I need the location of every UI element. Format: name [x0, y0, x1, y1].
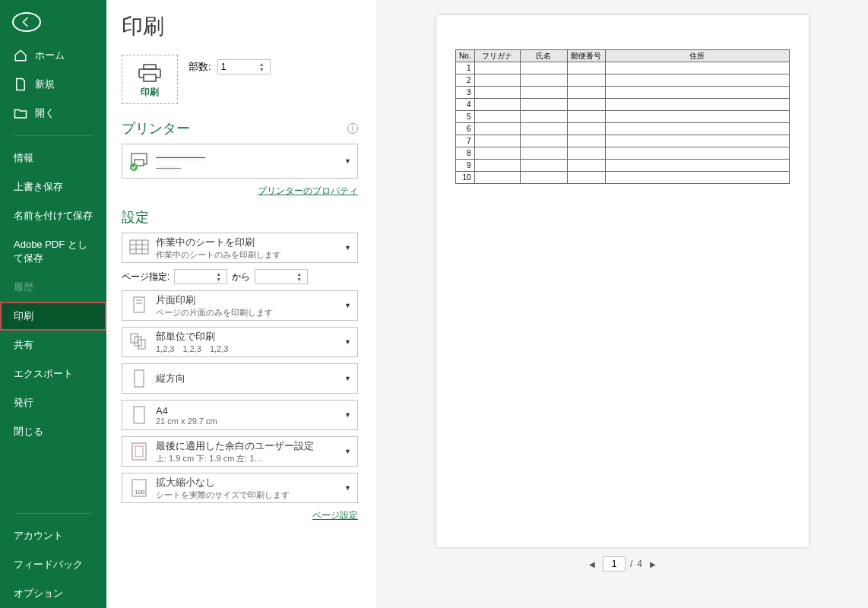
table-row: 10 — [456, 172, 790, 184]
preview-table: No.フリガナ氏名郵便番号住所 12345678910 — [455, 49, 790, 184]
settings-section-title: 設定 — [122, 208, 358, 226]
printer-name: ————— — [156, 151, 344, 163]
next-page-button[interactable]: ▶ — [647, 560, 659, 568]
svg-rect-6 — [130, 240, 148, 254]
nav-home-label: ホーム — [35, 49, 65, 62]
page-single-icon — [128, 295, 150, 316]
page-range-row: ページ指定: ▲▼ から ▲▼ — [122, 269, 358, 284]
nav-divider — [14, 135, 93, 136]
page-icon — [128, 404, 150, 426]
svg-rect-0 — [144, 65, 156, 69]
copies-label: 部数: — [188, 60, 211, 74]
table-row: 6 — [456, 123, 790, 135]
table-row: 8 — [456, 147, 790, 160]
pager-total: 4 — [637, 559, 642, 569]
page-number-input[interactable] — [603, 556, 626, 572]
chevron-down-icon: ▼ — [344, 484, 351, 492]
svg-text:100: 100 — [135, 489, 145, 496]
page-setup-link[interactable]: ページ設定 — [312, 510, 358, 521]
preview-col-header: 住所 — [605, 50, 789, 62]
printer-dropdown[interactable]: ————— ——— ▼ — [122, 144, 358, 179]
nav-publish-label: 発行 — [14, 396, 33, 410]
nav-account-label: アカウント — [14, 529, 63, 543]
page-range-label: ページ指定: — [122, 271, 169, 283]
printer-properties-link[interactable]: プリンターのプロパティ — [258, 185, 358, 196]
nav-export[interactable]: エクスポート — [0, 359, 106, 388]
nav-saveas-label: 名前を付けて保存 — [14, 209, 93, 223]
chevron-down-icon: ▼ — [344, 375, 351, 382]
nav-account[interactable]: アカウント — [0, 521, 106, 550]
nav-adobe-pdf[interactable]: Adobe PDF として保存 — [0, 230, 106, 273]
spinner-down-icon[interactable]: ▼ — [296, 277, 306, 282]
chevron-down-icon: ▼ — [344, 302, 351, 309]
backstage-sidebar: ホーム 新規 開く 情報 上書き保存 名前を付けて保存 Adobe PDF とし… — [0, 0, 106, 608]
print-what-dropdown[interactable]: 作業中のシートを印刷作業中のシートのみを印刷します ▼ — [122, 233, 358, 263]
table-row: 5 — [456, 111, 790, 123]
nav-divider-2 — [14, 513, 93, 514]
scale-icon: 100 — [128, 477, 150, 499]
spinner-up-icon[interactable]: ▲ — [216, 271, 225, 277]
back-button[interactable] — [12, 12, 41, 32]
nav-home[interactable]: ホーム — [0, 41, 106, 70]
pager-sep: / — [630, 559, 632, 569]
nav-open[interactable]: 開く — [0, 99, 106, 128]
svg-rect-11 — [134, 297, 144, 312]
scale-dropdown[interactable]: 100 拡大縮小なしシートを実際のサイズで印刷します ▼ — [122, 473, 358, 503]
nav-saveas[interactable]: 名前を付けて保存 — [0, 201, 106, 230]
paper-size-dropdown[interactable]: A421 cm x 29.7 cm ▼ — [122, 400, 358, 430]
nav-print[interactable]: 印刷 — [0, 302, 106, 331]
page-range-to-label: から — [232, 271, 250, 283]
svg-rect-2 — [144, 74, 156, 81]
nav-info[interactable]: 情報 — [0, 144, 106, 173]
margins-icon — [128, 441, 150, 462]
spinner-down-icon[interactable]: ▼ — [259, 67, 268, 72]
nav-feedback[interactable]: フィードバック — [0, 550, 106, 579]
print-button[interactable]: 印刷 — [122, 55, 178, 104]
nav-publish[interactable]: 発行 — [0, 388, 106, 417]
nav-options[interactable]: オプション — [0, 579, 106, 608]
page-title: 印刷 — [122, 12, 358, 41]
margins-dropdown[interactable]: 最後に適用した余白のユーザー設定上: 1.9 cm 下: 1.9 cm 左: 1… — [122, 436, 358, 467]
svg-rect-19 — [132, 443, 146, 460]
nav-new-label: 新規 — [35, 78, 55, 91]
chevron-down-icon: ▼ — [344, 411, 351, 419]
nav-new[interactable]: 新規 — [0, 70, 106, 99]
table-row: 9 — [456, 160, 790, 172]
nav-info-label: 情報 — [14, 151, 33, 165]
spinner-up-icon[interactable]: ▲ — [296, 271, 306, 277]
print-preview: No.フリガナ氏名郵便番号住所 12345678910 ◀ / 4 ▶ — [376, 0, 868, 608]
info-icon[interactable]: i — [347, 123, 358, 134]
printer-icon — [138, 63, 162, 83]
orientation-dropdown[interactable]: 縦方向 ▼ — [122, 363, 358, 394]
table-row: 3 — [456, 87, 790, 99]
chevron-down-icon: ▼ — [344, 244, 351, 252]
back-arrow-icon — [20, 15, 33, 29]
collate-icon — [128, 331, 150, 353]
nav-share[interactable]: 共有 — [0, 331, 106, 359]
spinner-down-icon[interactable]: ▼ — [216, 277, 225, 282]
chevron-down-icon: ▼ — [344, 338, 351, 346]
table-row: 4 — [456, 99, 790, 111]
chevron-down-icon: ▼ — [344, 448, 351, 455]
spinner-up-icon[interactable]: ▲ — [259, 62, 268, 67]
nav-save[interactable]: 上書き保存 — [0, 173, 106, 201]
prev-page-button[interactable]: ◀ — [586, 560, 598, 568]
chevron-down-icon: ▼ — [344, 157, 351, 165]
table-row: 2 — [456, 74, 790, 87]
duplex-dropdown[interactable]: 片面印刷ページの片面のみを印刷します ▼ — [122, 290, 358, 321]
document-icon — [14, 78, 27, 91]
preview-col-header: フリガナ — [474, 50, 520, 62]
table-row: 7 — [456, 135, 790, 147]
nav-feedback-label: フィードバック — [14, 558, 83, 572]
nav-options-label: オプション — [14, 587, 63, 600]
sheet-grid-icon — [128, 237, 150, 258]
nav-adobe-label: Adobe PDF として保存 — [14, 238, 93, 265]
page-from-spinner[interactable]: ▲▼ — [174, 269, 227, 284]
copies-spinner[interactable]: ▲▼ — [217, 59, 271, 74]
portrait-icon — [128, 368, 150, 389]
nav-close[interactable]: 閉じる — [0, 417, 106, 446]
nav-share-label: 共有 — [14, 338, 33, 352]
collate-dropdown[interactable]: 部単位で印刷1,2,3 1,2,3 1,2,3 ▼ — [122, 327, 358, 357]
page-to-spinner[interactable]: ▲▼ — [255, 269, 308, 284]
home-icon — [14, 49, 27, 62]
